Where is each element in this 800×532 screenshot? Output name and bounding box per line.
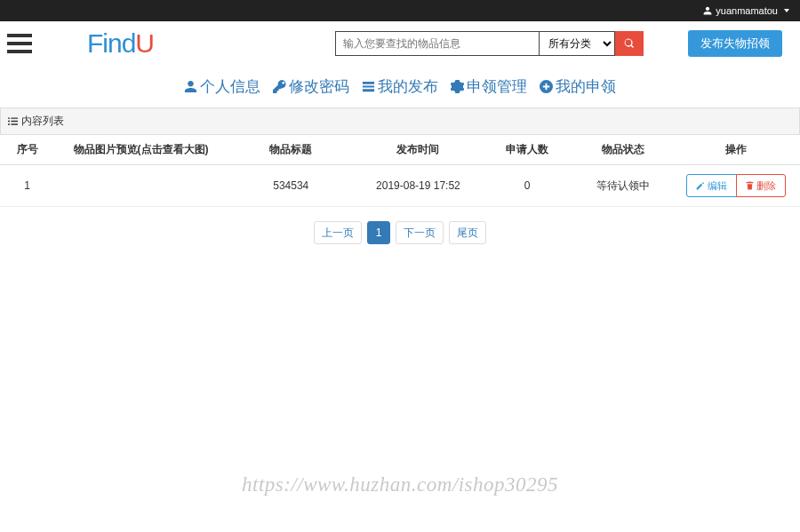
search-category-select[interactable]: 所有分类 xyxy=(540,31,615,56)
nav-claim-manage[interactable]: 申领管理 xyxy=(449,76,529,97)
gear-icon xyxy=(451,80,464,93)
header: FindU 所有分类 发布失物招领 xyxy=(0,21,800,66)
menu-toggle[interactable] xyxy=(7,34,32,53)
nav-my-claims[interactable]: 我的申领 xyxy=(538,76,618,97)
th-seq: 序号 xyxy=(0,135,54,165)
nav-tabs: 个人信息 修改密码 我的发布 申领管理 我的申领 xyxy=(0,66,800,107)
logo[interactable]: FindU xyxy=(87,28,154,59)
th-title: 物品标题 xyxy=(228,135,355,165)
cell-preview[interactable] xyxy=(54,165,227,207)
panel-title: 内容列表 xyxy=(21,114,64,129)
trash-icon xyxy=(746,181,754,190)
username-label: yuanmamatou xyxy=(716,5,778,16)
list-icon xyxy=(8,116,18,126)
edit-icon xyxy=(696,181,705,190)
cell-status: 等待认领中 xyxy=(572,165,673,207)
search-input[interactable] xyxy=(335,31,540,56)
table-header-row: 序号 物品图片预览(点击查看大图) 物品标题 发布时间 申请人数 物品状态 操作 xyxy=(0,135,800,165)
page-next[interactable]: 下一页 xyxy=(396,221,444,244)
search-group: 所有分类 xyxy=(335,31,644,56)
plus-circle-icon xyxy=(540,80,553,93)
panel-heading: 内容列表 xyxy=(0,107,800,135)
th-status: 物品状态 xyxy=(572,135,673,165)
user-icon xyxy=(184,80,197,93)
caret-down-icon xyxy=(784,9,789,12)
pagination: 上一页 1 下一页 尾页 xyxy=(0,207,800,258)
edit-button[interactable]: 编辑 xyxy=(686,174,737,197)
cell-publish-time: 2019-08-19 17:52 xyxy=(355,165,482,207)
cell-applicants: 0 xyxy=(482,165,572,207)
th-applicants: 申请人数 xyxy=(482,135,572,165)
key-icon xyxy=(273,80,286,93)
th-publish-time: 发布时间 xyxy=(355,135,482,165)
user-icon xyxy=(703,6,712,15)
topbar: yuanmamatou xyxy=(0,0,800,21)
nav-my-posts[interactable]: 我的发布 xyxy=(360,76,440,97)
content-table: 序号 物品图片预览(点击查看大图) 物品标题 发布时间 申请人数 物品状态 操作… xyxy=(0,135,800,207)
cell-seq: 1 xyxy=(0,165,54,207)
table-row: 1 534534 2019-08-19 17:52 0 等待认领中 编辑 删除 xyxy=(0,165,800,207)
search-icon xyxy=(624,38,635,49)
page-last[interactable]: 尾页 xyxy=(449,221,486,244)
cell-title: 534534 xyxy=(228,165,355,207)
list-icon xyxy=(362,80,375,93)
nav-password[interactable]: 修改密码 xyxy=(271,76,351,97)
th-action: 操作 xyxy=(673,135,800,165)
delete-button[interactable]: 删除 xyxy=(736,174,786,197)
search-button[interactable] xyxy=(615,31,644,56)
publish-button[interactable]: 发布失物招领 xyxy=(688,30,782,57)
th-preview: 物品图片预览(点击查看大图) xyxy=(54,135,227,165)
page-current[interactable]: 1 xyxy=(367,221,390,244)
user-menu[interactable]: yuanmamatou xyxy=(703,5,789,16)
cell-action: 编辑 删除 xyxy=(673,165,800,207)
nav-profile[interactable]: 个人信息 xyxy=(182,76,262,97)
page-prev[interactable]: 上一页 xyxy=(314,221,362,244)
